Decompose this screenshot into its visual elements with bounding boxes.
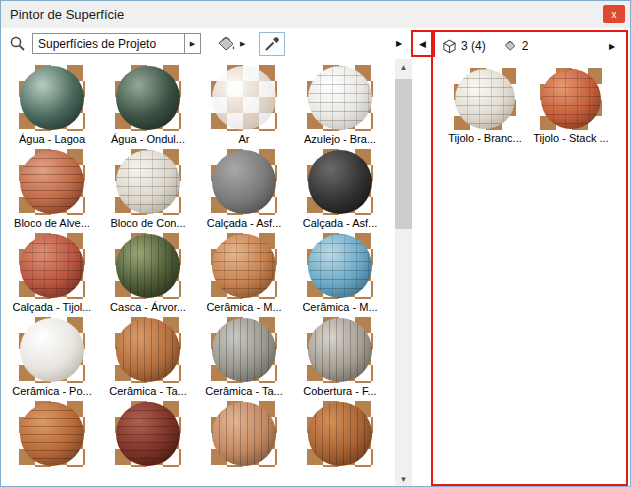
material-item[interactable]: Cerâmica - Ta...	[196, 317, 292, 401]
material-thumbnail[interactable]	[211, 401, 277, 467]
titlebar[interactable]: Pintor de Superfície x	[1, 1, 630, 28]
material-label: Cerâmica - M...	[292, 301, 388, 313]
material-item[interactable]: Azulejo - Bra...	[292, 65, 388, 149]
used-surfaces-expand-button[interactable]: ▶	[604, 36, 620, 56]
material-item[interactable]: Água - Lagoa	[4, 65, 100, 149]
material-thumbnail[interactable]	[211, 149, 277, 215]
material-sphere-preview	[116, 150, 180, 214]
paint-bucket-icon[interactable]	[213, 32, 239, 56]
vertical-scrollbar[interactable]: ▲ ▼	[395, 59, 412, 487]
material-thumbnail[interactable]	[19, 65, 85, 131]
paint-count-group: 2	[502, 39, 529, 53]
material-thumbnail[interactable]	[211, 317, 277, 383]
material-sphere-preview	[541, 69, 601, 129]
scroll-up-button[interactable]: ▲	[395, 59, 412, 76]
material-texture-pattern	[20, 234, 84, 298]
material-sphere-preview	[308, 318, 372, 382]
used-surfaces-grid: Tijolo - Branc...Tijolo - Stack ...	[434, 60, 626, 152]
material-thumbnail[interactable]	[307, 317, 373, 383]
material-label: Calçada - Tijol...	[4, 301, 100, 313]
material-sphere-preview	[116, 234, 180, 298]
material-item[interactable]: Tijolo - Stack ...	[528, 68, 614, 152]
paint-count: 2	[522, 39, 529, 53]
material-thumbnail[interactable]	[115, 233, 181, 299]
surface-count: 3 (4)	[461, 39, 486, 53]
material-sphere-preview	[20, 402, 84, 466]
material-label: Bloco de Alve...	[4, 217, 100, 229]
material-label: Calçada - Asf...	[196, 217, 292, 229]
material-texture-pattern	[308, 66, 372, 130]
material-thumbnail[interactable]	[115, 149, 181, 215]
material-sphere-preview	[212, 402, 276, 466]
panel-collapse-button[interactable]: ◀	[414, 33, 431, 54]
material-thumbnail[interactable]	[19, 233, 85, 299]
material-label: Cobertura - F...	[292, 385, 388, 397]
toolbar: ▶ ▶ ▶	[1, 28, 413, 59]
material-thumbnail[interactable]	[307, 401, 373, 467]
scroll-down-button[interactable]: ▼	[395, 471, 412, 487]
material-thumbnail[interactable]	[307, 65, 373, 131]
material-label: Calçada - Asf...	[292, 217, 388, 229]
material-sphere-preview	[116, 66, 180, 130]
material-sphere-preview	[308, 66, 372, 130]
material-sphere-preview	[212, 318, 276, 382]
material-item[interactable]: Casca - Árvor...	[100, 233, 196, 317]
material-item[interactable]: Cerâmica - Ta...	[100, 317, 196, 401]
material-item[interactable]	[196, 401, 292, 485]
material-label: Bloco de Con...	[100, 217, 196, 229]
material-thumbnail[interactable]	[540, 68, 602, 130]
material-thumbnail[interactable]	[211, 65, 277, 131]
toolbar-expand-button[interactable]: ▶	[391, 33, 407, 54]
material-item[interactable]: Água - Ondul...	[100, 65, 196, 149]
search-icon[interactable]	[9, 35, 26, 52]
scrollbar-thumb[interactable]	[395, 79, 412, 229]
filter-flyout-button[interactable]: ▶	[185, 33, 201, 54]
material-item[interactable]: Bloco de Alve...	[4, 149, 100, 233]
material-item[interactable]	[4, 401, 100, 485]
material-item[interactable]: Cerâmica - Po...	[4, 317, 100, 401]
paint-bucket-flyout-arrow[interactable]: ▶	[240, 40, 245, 48]
material-thumbnail[interactable]	[307, 233, 373, 299]
material-item[interactable]	[100, 401, 196, 485]
material-label: Tijolo - Branc...	[442, 132, 528, 144]
material-texture-pattern	[212, 234, 276, 298]
material-item[interactable]: Cerâmica - M...	[196, 233, 292, 317]
material-item[interactable]: Calçada - Asf...	[292, 149, 388, 233]
material-thumbnail[interactable]	[115, 401, 181, 467]
eyedropper-button[interactable]	[259, 32, 285, 56]
material-label: Tijolo - Stack ...	[528, 132, 614, 144]
material-thumbnail[interactable]	[211, 233, 277, 299]
material-item[interactable]: Calçada - Asf...	[196, 149, 292, 233]
material-sphere-preview	[20, 234, 84, 298]
material-item[interactable]: Bloco de Con...	[100, 149, 196, 233]
material-item[interactable]: Tijolo - Branc...	[442, 68, 528, 152]
material-sphere-preview	[20, 66, 84, 130]
material-item[interactable]: Calçada - Tijol...	[4, 233, 100, 317]
material-thumbnail[interactable]	[307, 149, 373, 215]
material-item[interactable]	[292, 401, 388, 485]
material-texture-pattern	[541, 69, 601, 129]
material-label: Água - Ondul...	[100, 133, 196, 145]
material-texture-pattern	[212, 318, 276, 382]
cube-icon	[442, 39, 457, 54]
material-texture-pattern	[20, 66, 84, 130]
material-grid: Água - LagoaÁgua - Ondul...ArAzulejo - B…	[4, 59, 393, 487]
paint-bucket-small-icon	[502, 39, 518, 53]
close-button[interactable]: x	[603, 5, 625, 23]
material-item[interactable]: Ar	[196, 65, 292, 149]
material-thumbnail[interactable]	[115, 65, 181, 131]
window-title: Pintor de Superfície	[10, 7, 124, 22]
material-thumbnail[interactable]	[19, 149, 85, 215]
material-thumbnail[interactable]	[454, 68, 516, 130]
material-thumbnail[interactable]	[19, 317, 85, 383]
material-texture-pattern	[20, 402, 84, 466]
material-texture-pattern	[116, 150, 180, 214]
material-item[interactable]: Cerâmica - M...	[292, 233, 388, 317]
material-texture-pattern	[212, 150, 276, 214]
material-label: Cerâmica - Ta...	[100, 385, 196, 397]
material-item[interactable]: Cobertura - F...	[292, 317, 388, 401]
surface-filter-input[interactable]	[32, 33, 185, 54]
material-label: Água - Lagoa	[4, 133, 100, 145]
material-thumbnail[interactable]	[115, 317, 181, 383]
material-thumbnail[interactable]	[19, 401, 85, 467]
